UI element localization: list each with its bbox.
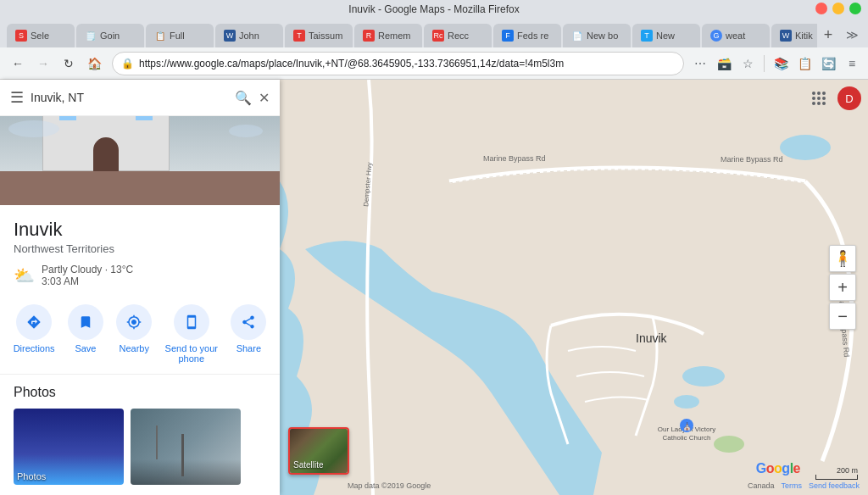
canada-text: Canada [748, 481, 775, 490]
address-text: https://www.google.ca/maps/place/Inuvik,… [139, 58, 675, 70]
pole2-decoration [156, 425, 158, 459]
tab-new[interactable]: T New [632, 24, 700, 47]
google-e: e [793, 461, 800, 476]
cloud-2 [229, 125, 263, 137]
tab-sel[interactable]: S Sele [7, 24, 75, 47]
tab-favicon-taiss: T [293, 30, 305, 42]
map-area[interactable]: Marine Bypass Rd Marine Bypass Rd Dempst… [280, 80, 868, 495]
reading-mode[interactable]: 📋 [795, 54, 814, 73]
save-icon-circle [68, 304, 103, 340]
directions-label: Directions [14, 343, 55, 353]
tab-feds[interactable]: F Feds re [493, 24, 561, 47]
minimize-button[interactable] [832, 3, 844, 14]
terms-link[interactable]: Terms [781, 481, 802, 490]
home-button[interactable]: 🏠 [83, 53, 105, 75]
share-icon [241, 314, 256, 330]
maximize-button[interactable] [849, 3, 861, 14]
map-links: Canada Terms Send feedback [748, 481, 860, 490]
satellite-label: Satellite [293, 460, 324, 470]
water-top-right [780, 135, 831, 160]
nearby-button[interactable]: Nearby [116, 304, 152, 364]
search-input[interactable] [31, 91, 228, 104]
bookmarks-button[interactable]: ⋯ [691, 54, 709, 73]
tab-bar: S Sele 🗒️ Goin 📋 Full W John T Taissum R… [0, 19, 868, 47]
save-icon [78, 314, 93, 330]
new-tab-button[interactable]: + [817, 24, 839, 46]
share-icon-circle [231, 304, 266, 340]
menu-button[interactable]: ≡ [843, 54, 861, 73]
tab-overflow-button[interactable]: ≫ [843, 25, 861, 44]
place-panel: ☰ 🔍 ✕ Inuvik Northwest Territories ⛅ [0, 80, 280, 495]
tab-kiti[interactable]: W Kitik [771, 24, 817, 47]
tab-label-full: Full [170, 31, 205, 41]
tab-taiss[interactable]: T Taissum [285, 24, 353, 47]
tab-label-recc: Recc [448, 31, 483, 41]
bookmark-star[interactable]: ☆ [738, 54, 757, 73]
close-button[interactable] [815, 3, 827, 14]
directions-icon [26, 314, 42, 330]
zoom-out-button[interactable]: − [829, 303, 856, 330]
tab-favicon-full: 📋 [154, 30, 166, 42]
send-icon-circle [174, 304, 209, 340]
save-button[interactable]: Save [68, 304, 103, 364]
tab-john[interactable]: W John [215, 24, 283, 47]
tab-remem[interactable]: R Remem [354, 24, 422, 47]
photo-label-1: Photos [17, 471, 46, 481]
pegman-button[interactable]: 🧍 [829, 245, 856, 272]
toolbar: ← → ↻ 🏠 🔒 https://www.google.ca/maps/pla… [0, 47, 868, 80]
tab-goin[interactable]: 🗒️ Goin [76, 24, 144, 47]
inuvik-label: Inuvik [636, 331, 668, 345]
window-controls [815, 3, 861, 14]
tab-label-sel: Sele [31, 31, 66, 41]
green-patch [714, 436, 744, 453]
apps-button[interactable] [807, 86, 831, 110]
scale-line [815, 475, 858, 480]
photo-thumb-2[interactable] [131, 409, 241, 485]
church-label-line2: Catholic Church [663, 434, 711, 442]
tab-favicon-newbo: 📄 [571, 30, 583, 42]
marine-bypass-label-top: Marine Bypass Rd [483, 154, 546, 163]
reload-button[interactable]: ↻ [58, 53, 80, 75]
user-avatar[interactable]: D [837, 86, 861, 110]
clear-search-button[interactable]: ✕ [259, 90, 270, 106]
send-feedback-link[interactable]: Send feedback [809, 481, 860, 490]
tab-weat[interactable]: G weat [702, 24, 770, 47]
google-g2: g [782, 461, 789, 476]
weather-time: 3:03 AM [42, 275, 133, 287]
pocket-button[interactable]: 🗃️ [715, 54, 733, 73]
tab-favicon-remem: R [363, 30, 375, 42]
nearby-icon-circle [116, 304, 152, 340]
action-buttons: Directions Save Nearby Send to your phon… [0, 294, 280, 375]
pole-decoration [181, 434, 184, 476]
zoom-in-button[interactable]: + [829, 274, 856, 301]
send-to-phone-button[interactable]: Send to your phone [165, 304, 218, 364]
tabs-container: S Sele 🗒️ Goin 📋 Full W John T Taissum R… [7, 24, 817, 47]
place-name: Inuvik [14, 219, 266, 241]
address-bar[interactable]: 🔒 https://www.google.ca/maps/place/Inuvi… [112, 52, 684, 75]
share-button[interactable]: Share [231, 304, 266, 364]
hamburger-menu[interactable]: ☰ [10, 88, 24, 107]
scale-bar: 200 m [815, 466, 858, 480]
directions-button[interactable]: Directions [14, 304, 55, 364]
security-icon: 🔒 [121, 58, 134, 70]
toolbar-separator [764, 55, 765, 72]
tab-label-remem: Remem [378, 31, 414, 41]
ground-decoration [0, 171, 280, 205]
title-bar: Inuvik - Google Maps - Mozilla Firefox [0, 0, 868, 19]
tab-full[interactable]: 📋 Full [146, 24, 214, 47]
place-photo[interactable] [0, 116, 280, 205]
back-button[interactable]: ← [7, 53, 29, 75]
tab-recc[interactable]: Rc Recc [424, 24, 492, 47]
sidebar-toggle[interactable]: 📚 [771, 54, 790, 73]
tab-newbo[interactable]: 📄 New bo [563, 24, 631, 47]
cloud-1 [8, 120, 59, 137]
nearby-label: Nearby [120, 343, 149, 353]
tab-label-weat: weat [726, 31, 761, 41]
satellite-toggle[interactable]: Satellite [288, 427, 349, 475]
photo-thumb-1[interactable]: Photos [14, 409, 124, 485]
map-attribution: Map data ©2019 Google [348, 481, 431, 490]
sync-button[interactable]: 🔄 [819, 54, 837, 73]
apps-grid-icon [812, 92, 826, 105]
search-button[interactable]: 🔍 [235, 90, 252, 106]
forward-button[interactable]: → [32, 53, 54, 75]
